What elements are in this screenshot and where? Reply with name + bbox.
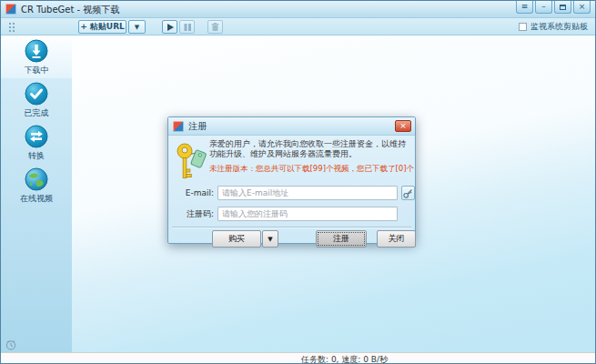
dialog-body: 亲爱的用户，请允许我向您收取一些注册资金，以维持功能升级、维护及网站服务器流量费…: [168, 136, 415, 245]
sidebar-item-label: 转换: [28, 150, 45, 162]
statusbar: 任务数: 0, 速度: 0 B/秒: [1, 352, 595, 364]
pause-button[interactable]: [179, 20, 195, 34]
titlebar: CR TubeGet - 视频下载 ≡ – ×: [1, 1, 595, 18]
dialog-separator: [172, 227, 411, 228]
minimize-button[interactable]: –: [535, 1, 552, 14]
sidebar-item-label: 下载中: [25, 65, 49, 76]
clock-icon: [5, 339, 16, 350]
delete-button[interactable]: [207, 20, 223, 34]
sidebar-item-completed[interactable]: 已完成: [1, 78, 72, 121]
registration-dialog: 注册 × 亲爱的用户，请允许我向您收取一些注册资金，以维持功能升级、维护及网站服…: [167, 116, 416, 244]
dialog-titlebar: 注册 ×: [168, 117, 415, 136]
email-input[interactable]: [217, 186, 398, 200]
sidebar-item-label: 在线视频: [20, 193, 53, 205]
clipboard-monitor-option[interactable]: 监视系统剪贴板: [519, 21, 588, 33]
toolbar-grip-icon[interactable]: [8, 22, 16, 32]
dialog-close-button[interactable]: ×: [395, 120, 411, 132]
dialog-title: 注册: [188, 117, 207, 136]
maximize-button[interactable]: [554, 1, 571, 14]
check-icon: [25, 82, 48, 106]
registration-code-input[interactable]: [217, 207, 398, 221]
convert-icon: [25, 125, 48, 148]
app-window: CR TubeGet - 视频下载 ≡ – × + 粘贴URL ▼ 监视系统剪贴…: [0, 0, 596, 364]
license-key-button[interactable]: [401, 186, 415, 200]
menu-icon: ≡: [521, 3, 529, 11]
globe-icon: [25, 167, 48, 191]
minimize-icon: –: [541, 3, 546, 11]
trash-icon: [210, 22, 220, 32]
close-icon: ×: [579, 3, 586, 11]
close-button[interactable]: ×: [573, 1, 591, 14]
clipboard-checkbox[interactable]: [519, 23, 527, 31]
register-button[interactable]: 注册: [316, 230, 367, 248]
clipboard-checkbox-label: 监视系统剪贴板: [530, 21, 588, 33]
sidebar: 下载中 已完成 转换 在线视频: [1, 35, 72, 356]
sidebar-item-online-video[interactable]: 在线视频: [1, 164, 72, 207]
close-icon: ×: [399, 121, 407, 130]
window-controls: ≡ – ×: [516, 1, 591, 14]
dialog-warning: 未注册版本：您总共可以下载[99]个视频，您已下载了[0]个: [209, 164, 414, 175]
email-label: E-mail:: [170, 186, 214, 200]
chevron-down-icon: ▼: [135, 24, 139, 31]
sidebar-item-downloading[interactable]: 下载中: [1, 35, 72, 78]
download-icon: [25, 39, 48, 63]
window-title: CR TubeGet - 视频下载: [21, 1, 119, 18]
sidebar-item-convert[interactable]: 转换: [1, 121, 72, 164]
dialog-icon: [173, 121, 184, 132]
chevron-down-icon: ▼: [268, 236, 272, 243]
maximize-icon: [560, 5, 566, 10]
paste-url-dropdown-button[interactable]: ▼: [128, 20, 146, 34]
dialog-close-action-button[interactable]: 关闭: [377, 230, 416, 248]
key-tag-icon: [176, 141, 208, 185]
app-icon: [5, 4, 16, 15]
paste-url-button[interactable]: + 粘贴URL: [78, 20, 126, 34]
registration-code-label: 注册码:: [170, 207, 214, 221]
toolbar: + 粘贴URL ▼ 监视系统剪贴板: [1, 18, 595, 35]
dialog-message: 亲爱的用户，请允许我向您收取一些注册资金，以维持功能升级、维护及网站服务器流量费…: [209, 139, 411, 159]
sidebar-item-label: 已完成: [25, 107, 49, 119]
pause-icon: [183, 23, 192, 32]
status-text: 任务数: 0, 速度: 0 B/秒: [301, 354, 388, 364]
buy-button[interactable]: 购买: [212, 230, 261, 248]
start-button[interactable]: [162, 20, 177, 34]
menu-button[interactable]: ≡: [516, 1, 533, 14]
buy-dropdown-button[interactable]: ▼: [262, 230, 278, 248]
key-icon: [403, 188, 413, 198]
play-icon: [166, 23, 175, 32]
